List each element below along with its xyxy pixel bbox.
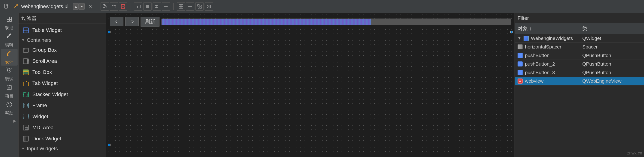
- row-obj-cell: W webview: [515, 78, 580, 84]
- row-class-webview: QWebEngineView: [580, 78, 644, 84]
- widget-item-tab[interactable]: Tab Widget: [18, 78, 106, 89]
- forward-btn[interactable]: ->: [125, 17, 139, 26]
- row-name-pushbtn: pushButton: [525, 53, 550, 58]
- svg-rect-58: [24, 93, 28, 96]
- tb-btn-5[interactable]: [152, 2, 161, 11]
- handle-tr[interactable]: [510, 31, 513, 33]
- tb-btn-size[interactable]: [195, 2, 204, 11]
- svg-rect-50: [23, 70, 28, 72]
- table-row[interactable]: W webview QWebEngineView: [515, 77, 644, 85]
- sidebar-item-edit[interactable]: 编辑: [1, 32, 18, 48]
- tb-btn-4[interactable]: [143, 2, 152, 11]
- widget-item-scroll[interactable]: Scroll Area: [18, 56, 106, 67]
- sidebar-item-welcome[interactable]: 欢迎: [1, 15, 18, 31]
- row-name-hspacer: horizontalSpacer: [525, 44, 562, 50]
- widget-toolbox-label: Tool Box: [32, 69, 52, 75]
- tb-align-btn[interactable]: [186, 2, 194, 11]
- row-class-hspacer: Spacer: [580, 44, 644, 50]
- frame-icon: [22, 102, 30, 109]
- filter-label: 过滤器: [21, 15, 36, 22]
- main-content: 欢迎 编辑 设计: [0, 13, 644, 157]
- table-row[interactable]: horizontalSpacer Spacer: [515, 43, 644, 51]
- containers-section-header[interactable]: ▼ Containers: [18, 36, 106, 45]
- widget-item-frame[interactable]: Frame: [18, 100, 106, 111]
- mdi-icon: [22, 124, 30, 131]
- right-filter-label: Filter: [518, 15, 529, 21]
- widget-frame-label: Frame: [32, 103, 47, 109]
- tb-btn-zoom[interactable]: [204, 2, 213, 11]
- sidebar-label-edit: 编辑: [5, 42, 14, 48]
- toolbox-icon: [22, 69, 30, 76]
- file-icon[interactable]: [3, 3, 10, 10]
- widget-item-stacked[interactable]: Stacked Widget: [18, 89, 106, 100]
- url-bar: [161, 18, 511, 25]
- tb-new-btn[interactable]: [100, 2, 109, 11]
- tb-btn-3[interactable]: [134, 2, 142, 11]
- toolbar-divider-3: [173, 3, 174, 10]
- refresh-btn[interactable]: 刷新: [140, 17, 160, 27]
- widget-widget-label: Widget: [32, 114, 48, 120]
- filename-label: webenginewidgets.ui: [21, 3, 68, 9]
- svg-rect-60: [24, 104, 28, 107]
- svg-rect-28: [209, 5, 210, 8]
- right-panel: Filter 对象 ↑ 类 ▼ WebengineWidgets: [514, 13, 644, 157]
- back-btn[interactable]: <-: [110, 17, 124, 26]
- widget-dock-label: Dock Widget: [32, 136, 61, 142]
- sidebar-expand-arrow[interactable]: ▶: [1, 117, 18, 124]
- svg-text:▭: ▭: [24, 48, 25, 50]
- input-widgets-section-header[interactable]: ▼ Input Widgets: [18, 144, 106, 153]
- widget-item-toolbox[interactable]: Tool Box: [18, 67, 106, 78]
- sort-asc-icon[interactable]: ↑: [529, 26, 532, 32]
- col-class-header: 类: [580, 25, 644, 32]
- row-class-cell: QWidget: [580, 35, 644, 41]
- svg-rect-0: [4, 4, 8, 8]
- sidebar-item-project[interactable]: 项目: [1, 83, 18, 100]
- expand-arrow[interactable]: ▼: [518, 36, 521, 40]
- tb-btn-6[interactable]: [162, 2, 170, 11]
- table-row[interactable]: pushButton QPushButton: [515, 51, 644, 60]
- sidebar-item-design[interactable]: 设计: [1, 49, 18, 66]
- widget-item-dock[interactable]: Dock Widget: [18, 133, 106, 144]
- handle-bl[interactable]: [108, 144, 110, 146]
- row-name-webview: webview: [525, 78, 544, 84]
- tb-save-btn[interactable]: [119, 2, 127, 11]
- svg-point-38: [9, 106, 10, 106]
- close-tab-btn[interactable]: ✕: [86, 3, 94, 10]
- svg-rect-29: [7, 17, 9, 19]
- tab-down-btn[interactable]: ▼: [79, 3, 84, 10]
- row-icon-pushbtn3: [518, 70, 523, 75]
- table-row[interactable]: ▼ WebengineWidgets QWidget: [515, 34, 644, 43]
- progress-fill: [162, 19, 371, 25]
- handle-tl[interactable]: [108, 31, 110, 33]
- tb-open-btn[interactable]: [110, 2, 118, 11]
- row-icon-webview: W: [518, 78, 523, 84]
- tb-grid-btn[interactable]: [177, 2, 185, 11]
- welcome-icon: [6, 16, 12, 24]
- edit-icon[interactable]: [12, 3, 20, 10]
- widget-item-widget[interactable]: Widget: [18, 111, 106, 122]
- row-obj-cell: ▼ WebengineWidgets: [515, 35, 580, 41]
- widget-groupbox-label: Group Box: [32, 47, 57, 53]
- svg-rect-5: [122, 7, 124, 8]
- sidebar-item-help[interactable]: 帮助: [1, 100, 18, 117]
- svg-rect-46: [23, 59, 28, 64]
- sidebar-item-debug[interactable]: 调试: [1, 66, 18, 83]
- toolbar-divider-2: [130, 3, 131, 10]
- svg-rect-18: [179, 4, 181, 6]
- canvas-area[interactable]: <- -> 刷新: [106, 13, 514, 157]
- row-class-pushbtn: QPushButton: [580, 52, 644, 59]
- object-table: 对象 ↑ 类 ▼ WebengineWidgets QWidget: [515, 23, 644, 157]
- svg-rect-27: [207, 5, 208, 7]
- table-row[interactable]: pushButton_3 QPushButton: [515, 68, 644, 77]
- table-row[interactable]: pushButton_2 QPushButton: [515, 60, 644, 68]
- row-name-webenginewidgets: WebengineWidgets: [531, 35, 573, 41]
- help-sidebar-icon: [6, 101, 12, 109]
- containers-arrow: ▼: [21, 38, 25, 42]
- widget-item-groupbox[interactable]: ▭ Group Box: [18, 45, 106, 56]
- svg-rect-19: [181, 4, 183, 6]
- widget-item-mdi[interactable]: MDI Area: [18, 122, 106, 133]
- debug-sidebar-icon: [6, 67, 12, 75]
- tab-up-btn[interactable]: ▲: [73, 3, 78, 10]
- svg-rect-66: [23, 136, 25, 141]
- widget-item-table[interactable]: Table Widget: [18, 25, 106, 36]
